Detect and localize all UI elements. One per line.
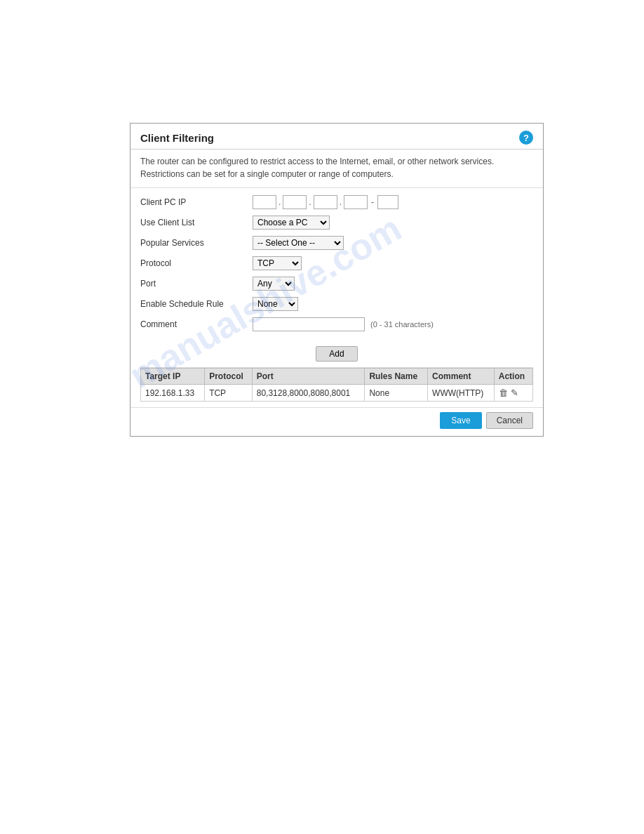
cell-rules-name: None <box>365 385 428 402</box>
comment-label: Comment <box>140 319 253 329</box>
description-line2: Restrictions can be set for a single com… <box>140 168 533 180</box>
client-filtering-panel: Client Filtering ? The router can be con… <box>130 123 544 437</box>
use-client-list-control: Choose a PC <box>253 216 330 230</box>
schedule-select[interactable]: None <box>253 297 298 311</box>
panel-description: The router can be configured to restrict… <box>130 150 543 188</box>
col-header-target-ip: Target IP <box>141 369 205 385</box>
schedule-rule-label: Enable Schedule Rule <box>140 299 253 309</box>
cell-comment: WWW(HTTP) <box>428 385 495 402</box>
ip-octet3[interactable] <box>314 195 337 209</box>
cancel-button[interactable]: Cancel <box>486 412 533 429</box>
table-header-row: Target IP Protocol Port Rules Name Comme… <box>141 369 533 385</box>
schedule-rule-control: None <box>253 297 298 311</box>
protocol-row: Protocol TCP <box>140 255 533 272</box>
comment-hint: (0 - 31 characters) <box>370 320 434 329</box>
protocol-select[interactable]: TCP <box>253 256 302 270</box>
ip-sep2: . <box>308 197 311 207</box>
ip-dash: - <box>369 197 376 207</box>
cell-action: 🗑 ✎ <box>494 385 532 402</box>
popular-services-select[interactable]: -- Select One -- <box>253 236 344 250</box>
use-client-list-row: Use Client List Choose a PC <box>140 214 533 231</box>
table-row: 192.168.1.33 TCP 80,3128,8000,8080,8001 … <box>141 385 533 402</box>
ip-octet4[interactable] <box>344 195 368 209</box>
use-client-list-label: Use Client List <box>140 218 253 227</box>
ip-octet2[interactable] <box>283 195 307 209</box>
add-row: Add <box>130 342 543 367</box>
panel-header: Client Filtering ? <box>130 124 543 150</box>
col-header-rules-name: Rules Name <box>365 369 428 385</box>
popular-services-row: Popular Services -- Select One -- <box>140 234 533 251</box>
ip-sep1: . <box>278 197 281 207</box>
description-line1: The router can be configured to restrict… <box>140 155 533 168</box>
ip-range-end[interactable] <box>377 195 398 209</box>
protocol-control: TCP <box>253 256 302 270</box>
client-pc-ip-row: Client PC IP . . . - <box>140 194 533 211</box>
form-section: Client PC IP . . . - Use Client List Cho… <box>130 188 543 342</box>
cell-port: 80,3128,8000,8080,8001 <box>252 385 365 402</box>
col-header-port: Port <box>252 369 365 385</box>
port-control: Any <box>253 277 295 291</box>
edit-icon[interactable]: ✎ <box>511 388 518 398</box>
client-pc-ip-label: Client PC IP <box>140 197 253 207</box>
comment-control: (0 - 31 characters) <box>253 317 434 331</box>
popular-services-label: Popular Services <box>140 238 253 248</box>
panel-title: Client Filtering <box>140 132 214 144</box>
port-label: Port <box>140 279 253 289</box>
col-header-action: Action <box>494 369 532 385</box>
save-button[interactable]: Save <box>440 412 481 429</box>
port-select[interactable]: Any <box>253 277 295 291</box>
popular-services-control: -- Select One -- <box>253 236 344 250</box>
port-row: Port Any <box>140 275 533 292</box>
comment-input[interactable] <box>253 317 365 331</box>
col-header-protocol: Protocol <box>205 369 253 385</box>
ip-sep3: . <box>339 197 342 207</box>
footer-row: Save Cancel <box>130 407 543 436</box>
protocol-label: Protocol <box>140 258 253 268</box>
choose-pc-select[interactable]: Choose a PC <box>253 216 330 230</box>
cell-protocol: TCP <box>205 385 253 402</box>
help-icon[interactable]: ? <box>519 131 533 145</box>
ip-octet1[interactable] <box>253 195 276 209</box>
schedule-rule-row: Enable Schedule Rule None <box>140 296 533 312</box>
delete-icon[interactable]: 🗑 <box>499 388 508 398</box>
col-header-comment: Comment <box>428 369 495 385</box>
client-pc-ip-control: . . . - <box>253 195 398 209</box>
filter-table: Target IP Protocol Port Rules Name Comme… <box>140 368 533 402</box>
add-button[interactable]: Add <box>316 346 357 362</box>
table-section: Target IP Protocol Port Rules Name Comme… <box>130 368 543 407</box>
comment-row: Comment (0 - 31 characters) <box>140 316 533 333</box>
cell-target-ip: 192.168.1.33 <box>141 385 205 402</box>
